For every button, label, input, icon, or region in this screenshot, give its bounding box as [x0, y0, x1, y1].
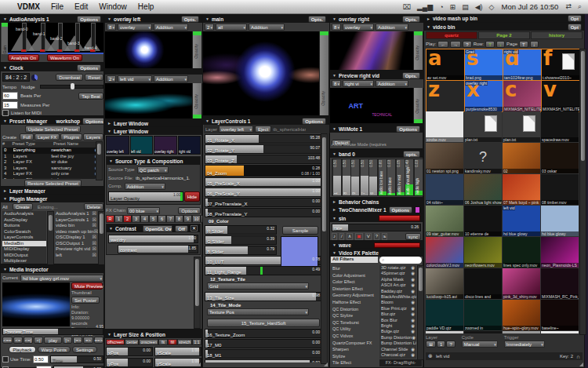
size-slider-xpos[interactable]: xPos0.00: [106, 347, 153, 356]
video-bin-cell[interactable]: paddle VD.qtz: [426, 300, 463, 330]
disclosure-triangle-icon[interactable]: ▼: [205, 118, 209, 123]
video-bin-cell[interactable]: plan.txt: [503, 111, 540, 142]
disclosure-triangle-icon[interactable]: ▼: [332, 242, 336, 247]
video-bin-cell[interactable]: spacedraw.mov: [541, 111, 579, 142]
overlay-right-titlebar[interactable]: ▼ overlay right Opts.: [330, 15, 423, 23]
fx-apply-icon[interactable]: ◉: [411, 306, 415, 312]
time-machine-icon[interactable]: ◔: [439, 3, 443, 11]
all-filters-item[interactable]: All Filters: [331, 257, 378, 263]
control-slider-13_tile_size[interactable]: 13_Tile_Size0.98: [205, 292, 322, 301]
band0-opts-button[interactable]: opts.: [403, 151, 420, 158]
video-bin-cell[interactable]: plan.txt: [464, 111, 502, 142]
layer-window-scrollbar[interactable]: [194, 257, 201, 329]
behavior-chains-titlebar[interactable]: ► Behavior Chains: [330, 199, 423, 205]
resize-handle-icon[interactable]: [197, 363, 201, 366]
video-bin-titlebar[interactable]: ▼ video bin Opt: [424, 23, 584, 31]
video-bin-cell[interactable]: neon_Plasmoids-LS: [541, 237, 579, 268]
size-slider-xscale[interactable]: xScale1.00: [154, 347, 201, 356]
band-slider-4[interactable]: 0.507: [360, 158, 369, 196]
size-button-offscreen[interactable]: offscreen: [106, 339, 125, 345]
video-bin-cell[interactable]: colorcloudsVJ.mov: [426, 237, 463, 268]
preset-manager-titlebar[interactable]: ▼ Preset Manager workshop Options: [1, 117, 103, 125]
plugin-type-item[interactable]: MediaBin: [2, 241, 46, 247]
video-bin-cell[interactable]: [503, 331, 540, 333]
fx-apply-icon[interactable]: ◉: [411, 300, 415, 305]
fx-category-item[interactable]: QC Distortion: [331, 306, 378, 313]
fx-apply-icon[interactable]: ◉: [411, 282, 415, 288]
video-bin-cell[interactable]: MIXMASH_RC_Pink_s: [541, 268, 579, 299]
contrast-off-button[interactable]: Off: [175, 225, 188, 232]
control-slider-02_rotate_y[interactable]: 02_Rotate_Y90.07: [205, 144, 322, 154]
main-preview[interactable]: [203, 31, 320, 115]
time-slider[interactable]: Time 0.50: [50, 355, 103, 363]
band-slider-1[interactable]: 0.501: [332, 158, 342, 196]
fx-file-item[interactable]: Badday.qtz◉: [379, 289, 416, 294]
band-slider-8[interactable]: 0.05audio lw mid: [396, 158, 405, 196]
plugin-delete-button[interactable]: Delete: [84, 203, 103, 210]
fx-category-item[interactable]: Distortion Effect: [331, 286, 378, 293]
control-slider-17_m0[interactable]: 17_M00.00: [205, 339, 322, 348]
transport-step-button[interactable]: <=|: [24, 337, 33, 344]
sync-button[interactable]: sync: [405, 233, 421, 240]
contrast-close-icon[interactable]: ✕: [191, 225, 198, 231]
use-time-field[interactable]: 0.50: [33, 355, 49, 363]
audio-analysis-titlebar[interactable]: ▼ AudioAnalysis 1 Options: [1, 15, 103, 23]
video-bin-cell[interactable]: lines spec only.mov: [503, 237, 540, 268]
plugin-create-button[interactable]: Create: [13, 203, 33, 210]
eject-icon[interactable]: ⊗: [428, 353, 433, 359]
disclosure-triangle-icon[interactable]: ►: [426, 16, 430, 21]
fx-slot-5[interactable]: 5: [149, 215, 158, 223]
fx-category-item[interactable]: Blur: [331, 265, 378, 272]
plugin-type-scrollbar[interactable]: [47, 211, 54, 265]
control-slider-04_zoom[interactable]: 04_Zoom0.280.08 / 1.00: [205, 165, 322, 177]
source-composition-titlebar[interactable]: ▼ Source Type & Composition: [107, 157, 200, 165]
layer-manager-titlebar[interactable]: ► Layer Manager: [1, 188, 103, 194]
overlay-right-preview[interactable]: [330, 31, 414, 70]
preview-right-opts-button[interactable]: Opts.: [402, 72, 420, 79]
preset-filter-layer-fx[interactable]: Layer FX: [34, 133, 60, 140]
contrast-render-select[interactable]: OpenGL Ov: [143, 225, 172, 232]
layer-controls-scrollbar[interactable]: [321, 133, 328, 364]
fx-apply-icon[interactable]: ◉: [411, 265, 415, 271]
delete-instance-icon[interactable]: ☒: [93, 223, 96, 229]
fx-file-item[interactable]: Box Blur◉: [379, 318, 416, 323]
window-icon[interactable]: ⌧: [403, 3, 411, 11]
band-divider[interactable]: [41, 23, 45, 52]
video-bin-cell[interactable]: pink_3d_shiny.mov: [503, 268, 540, 299]
fx-apply-icon[interactable]: ◉: [411, 329, 415, 334]
video-bin-cell[interactable]: xoverlay rightpurplesmoke8530: [464, 80, 503, 112]
disclosure-triangle-icon[interactable]: ►: [332, 199, 336, 204]
bpm-field[interactable]: 60: [2, 92, 18, 100]
disclosure-triangle-icon[interactable]: ▼: [332, 151, 336, 156]
note-icon[interactable]: ♪: [332, 233, 337, 240]
fx-category-item[interactable]: Tile Effect: [331, 359, 378, 366]
fx-category-item[interactable]: Stylize: [331, 353, 378, 360]
preview-right-source-select[interactable]: right vi: [343, 80, 374, 87]
disclosure-triangle-icon[interactable]: ▼: [109, 226, 113, 231]
control-slider-18_m1[interactable]: 18_M10.00: [205, 349, 322, 359]
video-bin-cell[interactable]: baseline~: [541, 300, 579, 330]
plugin-type-item[interactable]: Multiplexer: [2, 258, 46, 264]
delete-instance-icon[interactable]: ☒: [93, 217, 96, 224]
size-button-1-1[interactable]: 1:1: [192, 339, 201, 345]
delete-instance-icon[interactable]: ☒: [93, 253, 96, 259]
fx-apply-icon[interactable]: ◉: [411, 271, 415, 276]
line-icon[interactable]: /: [339, 233, 344, 240]
preset-row[interactable]: 2Layer FXsir duke◉: [2, 159, 100, 166]
fx-file-item[interactable]: Charcoal.qtz◉: [379, 352, 416, 358]
comp-mode-select[interactable]: Addition: [125, 183, 165, 190]
plugin-type-item[interactable]: Buttons: [2, 223, 46, 229]
fx-palette-titlebar[interactable]: ▼ Video FX Palette: [330, 249, 423, 257]
fx-category-item[interactable]: QC Utility: [331, 326, 378, 333]
fx-slot-2[interactable]: 2: [123, 215, 132, 223]
control-slider-06_prescale_y[interactable]: 06_PreScale_Y1.00: [205, 188, 322, 197]
main-titlebar[interactable]: ▼ main Opts.: [203, 15, 328, 23]
video-bin-cell[interactable]: sGradbrad.png: [464, 49, 503, 81]
fx-file-item[interactable]: Bump Distortion◉: [379, 335, 416, 341]
left-vid-opacity-slider[interactable]: Opacity: [192, 83, 201, 118]
fx-category-item[interactable]: Sharpen: [331, 346, 378, 353]
plugin-type-item[interactable]: MIDIDisplay: [2, 246, 46, 253]
overlay-left-num-select[interactable]: 8: [107, 24, 116, 31]
overlay-right-opacity-slider[interactable]: Opacity: [413, 31, 423, 70]
control-slider-05_prescale_x[interactable]: 05_PreScale_X1.00: [205, 177, 322, 187]
